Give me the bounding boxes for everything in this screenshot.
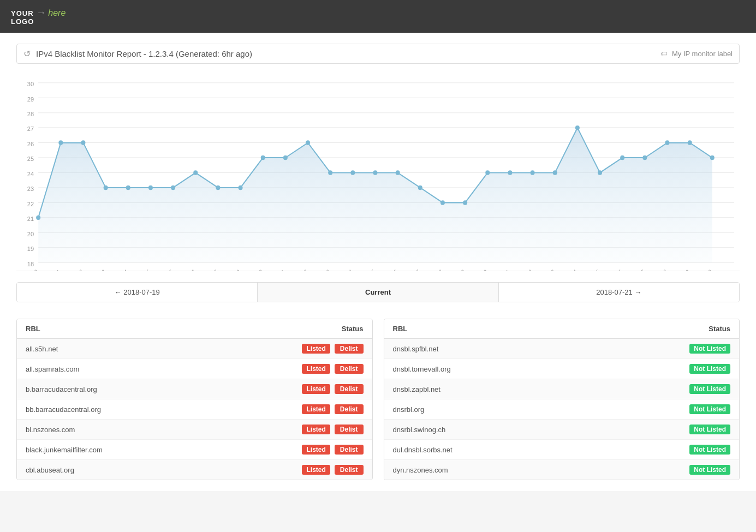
rbl-name: dul.dnsbl.sorbs.net — [393, 446, 453, 454]
nav-current[interactable]: Current — [258, 283, 498, 302]
svg-text:2018-07-10: 2018-07-10 — [467, 268, 489, 271]
svg-point-55 — [688, 140, 692, 145]
svg-point-34 — [216, 186, 220, 190]
rbl-name: cbl.abuseat.org — [26, 466, 74, 474]
table-row: dnsbl.tornevall.org Not Listed — [384, 359, 740, 379]
logo-block: YOURLOGO → here — [11, 7, 66, 26]
svg-point-45 — [463, 200, 467, 205]
right-table-body: dnsbl.spfbl.net Not Listed dnsbl.torneva… — [384, 339, 740, 480]
delist-button[interactable]: Delist — [335, 344, 364, 354]
table-row: black.junkemailfilter.com Listed Delist — [17, 440, 372, 460]
svg-text:2018-07-14: 2018-07-14 — [557, 268, 579, 271]
rbl-name: all.spamrats.com — [26, 365, 79, 373]
svg-text:24: 24 — [27, 171, 34, 177]
chart-svg: 30 29 28 27 26 25 24 23 22 21 20 19 18 — [16, 75, 740, 271]
svg-point-46 — [485, 170, 490, 175]
main-content: ↺ IPv4 Blacklist Monitor Report - 1.2.3.… — [0, 33, 756, 491]
status-cell: Listed Delist — [302, 384, 363, 394]
delist-button[interactable]: Delist — [335, 404, 364, 414]
chart-area-fill — [38, 128, 712, 262]
svg-text:18: 18 — [27, 260, 34, 267]
status-badge-not-listed: Not Listed — [689, 364, 730, 374]
svg-text:2018-07-11: 2018-07-11 — [489, 268, 511, 271]
svg-point-28 — [81, 140, 85, 145]
svg-point-27 — [58, 140, 63, 145]
svg-point-47 — [508, 170, 512, 175]
status-cell: Listed Delist — [302, 425, 363, 434]
svg-text:2018-06-23: 2018-06-23 — [85, 268, 106, 271]
svg-point-36 — [261, 156, 265, 160]
status-badge-not-listed: Not Listed — [689, 445, 730, 455]
delist-button[interactable]: Delist — [335, 465, 364, 475]
svg-text:2018-06-28: 2018-06-28 — [197, 268, 219, 271]
right-col1-header: RBL — [393, 325, 408, 333]
rbl-name: dnsbl.zapbl.net — [393, 385, 440, 393]
svg-text:21: 21 — [27, 216, 34, 222]
right-col2-header: Status — [709, 325, 730, 333]
rbl-name: black.junkemailfilter.com — [26, 446, 103, 454]
svg-text:2018-07-01: 2018-07-01 — [265, 268, 287, 271]
svg-text:2018-06-22: 2018-06-22 — [62, 268, 84, 271]
svg-point-44 — [440, 200, 445, 205]
table-row: b.barracudacentral.org Listed Delist — [17, 379, 372, 399]
status-cell: Listed Delist — [302, 445, 363, 455]
table-row: dnsrbl.swinog.ch Not Listed — [384, 420, 740, 440]
svg-text:2018-06-20: 2018-06-20 — [17, 268, 39, 271]
left-col1-header: RBL — [26, 325, 40, 333]
status-badge-listed: Listed — [302, 404, 330, 414]
table-row: all.s5h.net Listed Delist — [17, 339, 372, 359]
left-table-header: RBL Status — [17, 319, 372, 339]
status-cell: Not Listed — [689, 425, 730, 434]
nav-next[interactable]: 2018-07-21 → — [499, 283, 739, 302]
svg-point-43 — [418, 186, 422, 190]
tag-icon: 🏷 — [660, 50, 668, 58]
svg-point-39 — [328, 170, 332, 175]
blacklist-chart: 30 29 28 27 26 25 24 23 22 21 20 19 18 — [16, 75, 740, 271]
svg-text:2018-07-04: 2018-07-04 — [332, 268, 354, 271]
status-badge-not-listed: Not Listed — [689, 384, 730, 394]
logo: YOURLOGO → here — [11, 7, 66, 26]
monitor-label-area[interactable]: 🏷 My IP monitor label — [660, 50, 733, 58]
svg-point-30 — [126, 186, 130, 190]
svg-text:27: 27 — [27, 125, 34, 132]
status-cell: Not Listed — [689, 465, 730, 475]
svg-text:30: 30 — [27, 81, 34, 87]
delist-button[interactable]: Delist — [335, 445, 364, 455]
report-title-left: ↺ IPv4 Blacklist Monitor Report - 1.2.3.… — [23, 49, 252, 59]
svg-point-56 — [710, 156, 715, 160]
svg-text:2018-07-13: 2018-07-13 — [534, 268, 556, 271]
svg-text:25: 25 — [27, 156, 34, 162]
status-cell: Listed Delist — [302, 404, 363, 414]
app-header: YOURLOGO → here — [0, 0, 756, 33]
status-cell: Not Listed — [689, 384, 730, 394]
svg-point-50 — [575, 125, 580, 130]
svg-point-26 — [36, 216, 40, 220]
table-row: bb.barracudacentral.org Listed Delist — [17, 399, 372, 420]
delist-button[interactable]: Delist — [335, 384, 364, 394]
rbl-tables: RBL Status all.s5h.net Listed Delist all… — [16, 319, 740, 480]
status-badge-listed: Listed — [302, 425, 330, 434]
status-badge-listed: Listed — [302, 445, 330, 455]
right-table-header: RBL Status — [384, 319, 740, 339]
monitor-label-text: My IP monitor label — [672, 50, 733, 58]
svg-point-38 — [306, 140, 310, 145]
svg-text:19: 19 — [27, 246, 34, 252]
status-cell: Not Listed — [689, 445, 730, 455]
refresh-icon[interactable]: ↺ — [23, 49, 31, 59]
rbl-name: b.barracudacentral.org — [26, 385, 97, 393]
svg-point-53 — [642, 156, 647, 160]
delist-button[interactable]: Delist — [335, 364, 364, 374]
svg-text:2018-07-17: 2018-07-17 — [624, 268, 646, 271]
svg-text:2018-07-19: 2018-07-19 — [669, 268, 690, 271]
nav-prev[interactable]: ← 2018-07-19 — [17, 283, 258, 302]
svg-point-51 — [598, 170, 602, 175]
status-badge-listed: Listed — [302, 465, 330, 475]
svg-point-40 — [350, 170, 355, 175]
rbl-name: dnsrbl.org — [393, 405, 425, 414]
svg-point-32 — [171, 186, 175, 190]
svg-point-42 — [396, 170, 400, 175]
svg-text:2018-06-27: 2018-06-27 — [175, 268, 197, 271]
svg-point-31 — [148, 186, 153, 190]
svg-text:22: 22 — [27, 200, 34, 207]
delist-button[interactable]: Delist — [335, 425, 364, 434]
